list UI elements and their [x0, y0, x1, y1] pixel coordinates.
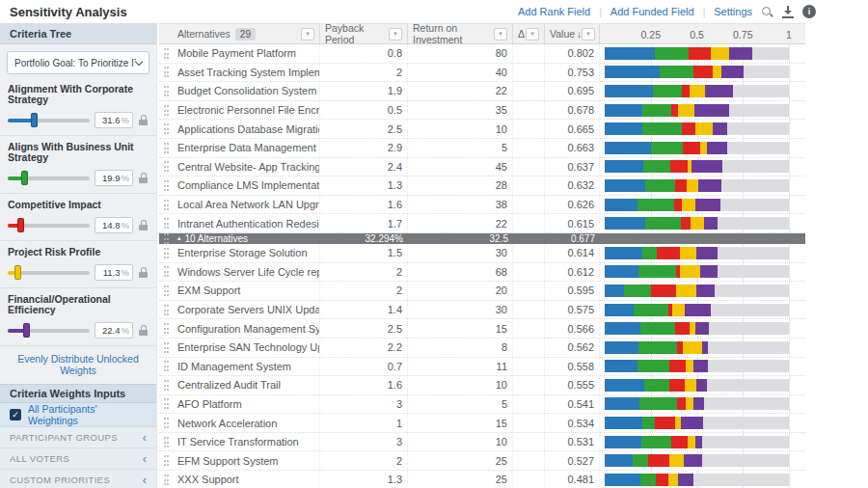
- row-drag-handle[interactable]: [159, 233, 173, 244]
- info-icon[interactable]: i: [802, 5, 816, 18]
- checkbox-checked-icon[interactable]: ✓: [10, 409, 21, 420]
- all-participants-weightings-row[interactable]: ✓ All Participants' Weightings: [0, 403, 156, 427]
- criterion-weight-slider[interactable]: [8, 323, 90, 338]
- row-drag-handle[interactable]: [159, 158, 173, 176]
- drag-handle-icon: [164, 105, 169, 116]
- lock-icon[interactable]: [138, 266, 149, 280]
- row-drag-handle[interactable]: [159, 376, 173, 394]
- criterion-weight-input[interactable]: 11.3 %: [95, 264, 133, 281]
- row-drag-handle[interactable]: [159, 339, 173, 357]
- slider-handle[interactable]: [21, 171, 28, 185]
- row-drag-handle[interactable]: [159, 301, 173, 319]
- portfolio-goal-dropdown[interactable]: Portfolio Goal: To Prioritize IT Progr..…: [7, 51, 149, 74]
- bar-segment-alignment-corporate-strategy: [605, 160, 643, 173]
- row-drag-handle[interactable]: [159, 196, 173, 214]
- row-drag-handle[interactable]: [159, 120, 173, 138]
- table-row[interactable]: Network Acceleration 1 15 0.534: [159, 414, 805, 433]
- table-row[interactable]: Local Area Network LAN Upgrade 1.6 38 0.…: [159, 196, 805, 215]
- lock-icon[interactable]: [138, 324, 149, 338]
- collapse-triangle-icon[interactable]: ▴: [177, 234, 181, 242]
- row-value: 0.534: [545, 414, 600, 432]
- row-drag-handle[interactable]: [159, 282, 173, 300]
- participant-group-row[interactable]: ALL VOTERS ‹: [0, 448, 156, 470]
- bar-segment-project-risk-profile: [680, 247, 695, 259]
- table-row[interactable]: Intranet Authentication Redesign 1.7 22 …: [159, 214, 805, 233]
- row-drag-handle[interactable]: [159, 433, 173, 451]
- table-row[interactable]: Enterprise SAN Technology Upgrade 2.2 8 …: [159, 339, 805, 358]
- criterion-weight-slider[interactable]: [8, 171, 90, 185]
- score-bar-track: [605, 379, 789, 392]
- search-icon[interactable]: [761, 6, 773, 18]
- criterion-weight-slider[interactable]: [8, 113, 90, 127]
- row-drag-handle[interactable]: [159, 244, 173, 262]
- table-row[interactable]: EFM Support System 2 25 0.527: [159, 451, 805, 471]
- payback-filter-icon[interactable]: ▼: [389, 28, 402, 41]
- row-drag-handle[interactable]: [159, 139, 173, 157]
- criterion-weight-slider[interactable]: [8, 265, 90, 280]
- row-name: Compliance LMS Implementation: [173, 176, 320, 195]
- row-drag-handle[interactable]: [159, 263, 173, 282]
- table-row[interactable]: ID Management System 0.7 11 0.558: [159, 358, 805, 377]
- table-row[interactable]: Corporate Servers UNIX Update 1.4 30 0.5…: [159, 301, 805, 320]
- lock-icon[interactable]: [138, 172, 149, 185]
- table-row[interactable]: Enterprise Data Management 2.9 5 0.663: [159, 139, 805, 158]
- participant-group-row[interactable]: PARTICIPANT GROUPS ‹: [0, 427, 156, 448]
- criterion-weight-input[interactable]: 22.4 %: [95, 322, 133, 339]
- table-row[interactable]: ▴10 Alternatives 32.294% 32.5 0.677: [159, 233, 805, 244]
- table-row[interactable]: AFO Platform 3 5 0.541: [159, 395, 805, 415]
- row-drag-handle[interactable]: [159, 451, 173, 470]
- table-row[interactable]: Applications Database Migration 2.5 10 0…: [159, 120, 805, 139]
- participant-group-row[interactable]: CUSTOM PRIORITIES ‹: [0, 470, 156, 488]
- add-rank-field-link[interactable]: Add Rank Field: [518, 6, 590, 17]
- bar-segment-competitive-impact: [669, 360, 686, 372]
- table-row[interactable]: Electronic Personnel File Encrypted Ba..…: [159, 101, 805, 121]
- table-row[interactable]: EXM Support 2 20 0.595: [159, 282, 805, 301]
- table-row[interactable]: Configuration Management System 2.5 15 0…: [159, 319, 805, 339]
- table-row[interactable]: XXX Support 1.3 25 0.481: [159, 471, 805, 488]
- row-drag-handle[interactable]: [159, 395, 173, 414]
- slider-handle[interactable]: [14, 265, 21, 280]
- table-row[interactable]: Central Website- App Tracking 2.4 45 0.6…: [159, 158, 805, 177]
- row-drag-handle[interactable]: [159, 64, 173, 82]
- row-roi: 30: [408, 244, 513, 262]
- row-drag-handle[interactable]: [159, 358, 173, 376]
- bar-segment-competitive-impact: [682, 122, 695, 135]
- slider-handle[interactable]: [31, 113, 38, 127]
- evenly-distribute-link[interactable]: Evenly Distribute Unlocked Weights: [0, 346, 156, 384]
- row-name: Intranet Authentication Redesign: [173, 214, 320, 232]
- criterion-weight-slider[interactable]: [8, 218, 90, 232]
- table-row[interactable]: Compliance LMS Implementation 1.3 28 0.6…: [159, 176, 805, 196]
- lock-icon[interactable]: [138, 114, 149, 127]
- row-drag-handle[interactable]: [159, 471, 173, 488]
- table-row[interactable]: Windows Server Life Cycle replacement 2 …: [159, 263, 805, 283]
- download-icon[interactable]: [782, 6, 794, 18]
- slider-handle[interactable]: [23, 323, 30, 338]
- percent-sign: %: [122, 115, 129, 125]
- table-row[interactable]: Budget Consolidation System 1.9 22 0.695: [159, 82, 805, 101]
- criterion-weight-input[interactable]: 31.6 %: [95, 112, 133, 128]
- row-drag-handle[interactable]: [159, 214, 173, 232]
- lock-icon[interactable]: [138, 219, 149, 232]
- table-row[interactable]: Enterprise Storage Solution 1.5 30 0.614: [159, 244, 805, 263]
- row-drag-handle[interactable]: [159, 101, 173, 120]
- table-row[interactable]: Mobile Payment Platform 0.8 80 0.802: [159, 44, 805, 64]
- row-drag-handle[interactable]: [159, 82, 173, 100]
- value-filter-icon[interactable]: ▼: [582, 28, 595, 41]
- settings-link[interactable]: Settings: [714, 6, 752, 17]
- alternatives-filter-icon[interactable]: ▼: [301, 28, 314, 41]
- row-drag-handle[interactable]: [159, 319, 173, 338]
- value-column-header[interactable]: Value ↓ ▼: [545, 24, 600, 43]
- table-row[interactable]: Asset Tracking System Implementation 2 4…: [159, 64, 805, 83]
- bar-segment-financial-operational-efficiency: [707, 142, 727, 154]
- row-drag-handle[interactable]: [159, 414, 173, 432]
- table-row[interactable]: Centralized Audit Trail 1.6 10 0.555: [159, 376, 805, 395]
- delta-filter-icon[interactable]: ▼: [526, 28, 539, 41]
- criterion-weight-input[interactable]: 19.9 %: [95, 170, 133, 186]
- row-drag-handle[interactable]: [159, 176, 173, 195]
- slider-handle[interactable]: [17, 218, 24, 232]
- add-funded-field-link[interactable]: Add Funded Field: [610, 6, 694, 17]
- criterion-weight-input[interactable]: 14.8 %: [95, 217, 133, 233]
- table-row[interactable]: IT Service Transformation 3 10 0.531: [159, 433, 805, 452]
- roi-filter-icon[interactable]: ▼: [494, 28, 507, 41]
- row-drag-handle[interactable]: [159, 44, 173, 63]
